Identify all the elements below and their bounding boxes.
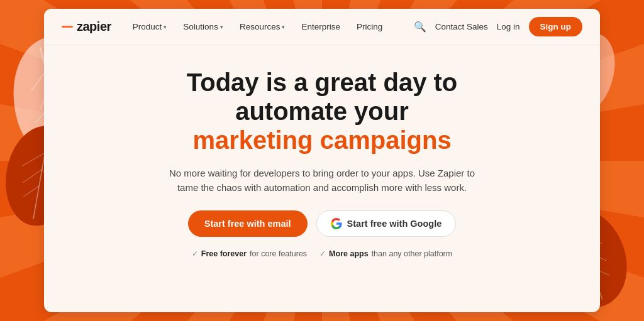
feature2-text: than any other platform xyxy=(372,249,453,258)
hero-subtitle: No more waiting for developers to bring … xyxy=(158,166,486,195)
feature1-text: for core features xyxy=(250,249,307,258)
nav-links: Product ▾ Solutions ▾ Resources ▾ Enterp… xyxy=(126,18,414,35)
hero-section: Today is a great day to automate your ma… xyxy=(44,45,600,258)
logo-dash xyxy=(62,26,73,28)
contact-sales-link[interactable]: Contact Sales xyxy=(435,22,488,31)
nav-product-label: Product xyxy=(133,22,162,31)
nav-enterprise-label: Enterprise xyxy=(301,22,340,31)
chevron-down-icon: ▾ xyxy=(220,24,223,30)
hero-title-line1: Today is a great day to xyxy=(187,68,458,96)
start-free-email-button[interactable]: Start free with email xyxy=(188,210,308,237)
feature2-bold: More apps xyxy=(329,249,369,258)
feature1-bold: Free forever xyxy=(201,249,247,258)
logo-text: zapier xyxy=(77,19,111,34)
cta-buttons: Start free with email Start free with Go… xyxy=(188,210,456,237)
start-free-google-button[interactable]: Start free with Google xyxy=(316,210,457,237)
login-link[interactable]: Log in xyxy=(497,22,520,31)
check-icon-2: ✓ xyxy=(319,249,326,258)
nav-item-pricing[interactable]: Pricing xyxy=(350,18,389,35)
hero-title-line2: automate your xyxy=(235,97,409,125)
feature-free-forever: ✓ Free forever for core features xyxy=(192,249,307,258)
nav-resources-label: Resources xyxy=(240,22,280,31)
hero-title: Today is a great day to automate your ma… xyxy=(187,68,458,155)
check-icon: ✓ xyxy=(192,249,198,258)
nav-pricing-label: Pricing xyxy=(357,22,382,31)
nav-item-product[interactable]: Product ▾ xyxy=(126,18,174,35)
google-cta-label: Start free with Google xyxy=(347,219,442,229)
main-card: zapier Product ▾ Solutions ▾ Resources ▾… xyxy=(44,9,600,312)
svg-line-8 xyxy=(23,166,42,186)
chevron-down-icon: ▾ xyxy=(282,24,285,30)
nav-solutions-label: Solutions xyxy=(183,22,218,31)
nav-item-enterprise[interactable]: Enterprise xyxy=(295,18,347,35)
signup-button[interactable]: Sign up xyxy=(529,17,583,36)
chevron-down-icon: ▾ xyxy=(164,24,167,30)
svg-line-7 xyxy=(22,150,45,170)
google-icon xyxy=(331,218,342,229)
nav-item-resources[interactable]: Resources ▾ xyxy=(233,18,292,35)
hero-title-line3: marketing campaigns xyxy=(192,126,451,154)
search-icon[interactable]: 🔍 xyxy=(414,21,426,33)
feature-more-apps: ✓ More apps than any other platform xyxy=(319,249,452,258)
nav-item-solutions[interactable]: Solutions ▾ xyxy=(177,18,230,35)
navbar: zapier Product ▾ Solutions ▾ Resources ▾… xyxy=(44,9,600,45)
logo-area[interactable]: zapier xyxy=(62,19,111,34)
features-row: ✓ Free forever for core features ✓ More … xyxy=(192,249,452,258)
nav-right: 🔍 Contact Sales Log in Sign up xyxy=(414,17,582,36)
